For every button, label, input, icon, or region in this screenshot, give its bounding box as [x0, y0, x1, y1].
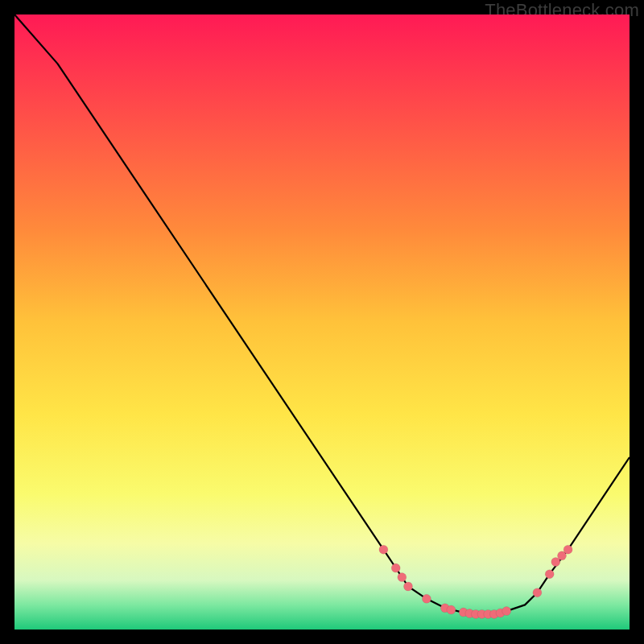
- data-marker: [502, 607, 511, 616]
- data-marker: [422, 594, 431, 603]
- chart-svg: [14, 14, 630, 630]
- data-marker: [398, 573, 407, 582]
- data-marker: [533, 588, 542, 597]
- data-marker: [391, 564, 400, 572]
- plot-area: [14, 14, 630, 630]
- bottleneck-curve: [14, 14, 630, 614]
- data-marker: [564, 545, 572, 554]
- data-marker: [404, 582, 413, 591]
- data-marker: [447, 605, 456, 614]
- data-marker: [379, 545, 388, 554]
- data-marker: [545, 570, 554, 579]
- chart-stage: TheBottleneck.com: [0, 0, 644, 644]
